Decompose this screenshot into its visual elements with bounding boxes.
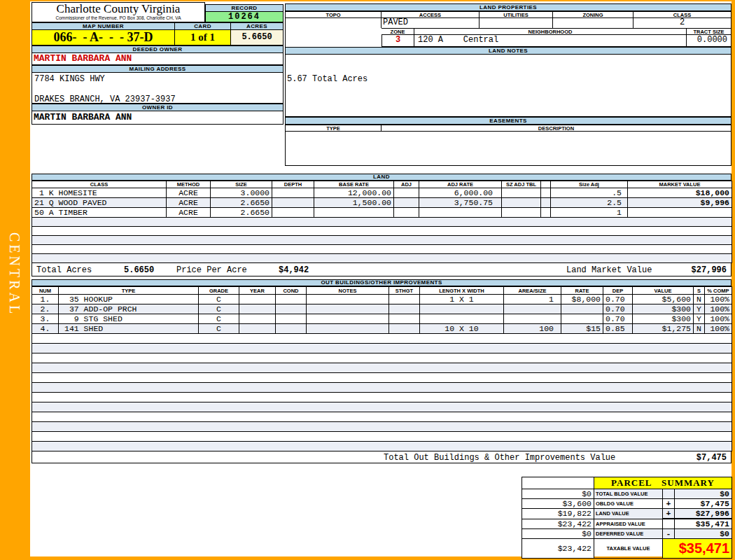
land-market-value-total: $27,996 bbox=[692, 265, 727, 275]
out-cell bbox=[307, 324, 389, 334]
land-cell bbox=[502, 188, 541, 198]
land-cell bbox=[394, 188, 419, 198]
owner-id-label: OWNER ID bbox=[31, 104, 284, 111]
ps-left-value: $3,600 bbox=[522, 499, 594, 509]
zone-value: 3 bbox=[382, 35, 414, 47]
out-col-grade: GRADE bbox=[199, 287, 239, 295]
ps-taxable-label: TAXABLE VALUE bbox=[594, 539, 663, 559]
land-col-size-adj: Size Adj bbox=[551, 181, 628, 188]
ps-cell-blank bbox=[522, 477, 594, 489]
out-cell: 1 bbox=[504, 295, 561, 304]
out-col-value: VALUE bbox=[633, 287, 694, 295]
ps-left-value: $0 bbox=[522, 529, 594, 539]
land-cell bbox=[502, 198, 541, 208]
land-col-adj: ADJ bbox=[394, 181, 419, 188]
topo-spacer-2 bbox=[285, 35, 382, 47]
out-col-dep: DEP bbox=[603, 287, 633, 295]
land-notes-box: 5.67 Total Acres bbox=[285, 55, 732, 117]
county-title-box: Charlotte County Virginia Commissioner o… bbox=[31, 2, 205, 22]
col-class: CLASS bbox=[634, 11, 732, 18]
card-value: 1 of 1 bbox=[175, 30, 231, 46]
ps-sign: + bbox=[663, 509, 675, 519]
out-cell: C bbox=[199, 295, 239, 304]
out-cell: 0.70 bbox=[603, 295, 633, 304]
land-cell bbox=[419, 208, 502, 218]
out-buildings-total-label: Total Out Buildings & Other Improvements… bbox=[384, 453, 615, 463]
out-col-year: YEAR bbox=[239, 287, 276, 295]
land-cell bbox=[628, 208, 732, 218]
out-buildings-table: NUM TYPE GRADE YEAR COND NOTES STHGT LEN… bbox=[31, 286, 732, 451]
land-cell: 21 Q WOOD PAVED bbox=[32, 198, 167, 208]
out-buildings-total-value: $7,475 bbox=[696, 453, 727, 463]
tract-size-value: 0.0000 bbox=[687, 35, 732, 47]
land-note-text: 5.67 Total Acres bbox=[286, 55, 731, 84]
land-cell: .5 bbox=[551, 188, 628, 198]
ps-sign: + bbox=[663, 499, 675, 509]
out-col-comp: % COMP bbox=[705, 287, 732, 295]
out-cell: 0.85 bbox=[603, 324, 633, 334]
land-cell: 2.6650 bbox=[211, 208, 272, 218]
out-cell bbox=[389, 314, 420, 324]
land-col-adj-rate: ADJ RATE bbox=[419, 181, 502, 188]
ps-right-value: $35,471 bbox=[675, 519, 732, 529]
land-cell: 12,000.00 bbox=[314, 188, 394, 198]
out-empty-row bbox=[32, 354, 732, 363]
out-cell bbox=[561, 314, 603, 324]
land-col-size: SIZE bbox=[211, 181, 272, 188]
ps-row-total-bldg: $0 TOTAL BLDG VALUE $0 bbox=[522, 489, 732, 499]
ps-row-appraised: $23,422 APPRAISED VALUE $35,471 bbox=[522, 519, 732, 529]
out-cell: $15 bbox=[561, 324, 603, 334]
record-label: RECORD bbox=[205, 4, 284, 12]
neighborhood-value: 120 A Central bbox=[414, 35, 687, 47]
land-notes-title: LAND NOTES bbox=[285, 47, 732, 55]
land-header-row: CLASS METHOD SIZE DEPTH BASE RATE ADJ AD… bbox=[32, 181, 732, 188]
out-cell: 100% bbox=[705, 295, 732, 304]
out-empty-row bbox=[32, 412, 732, 422]
land-cell bbox=[502, 208, 541, 218]
land-cell bbox=[541, 198, 551, 208]
out-cell bbox=[276, 324, 307, 334]
land-col-depth: DEPTH bbox=[272, 181, 314, 188]
land-cell bbox=[394, 198, 419, 208]
out-empty-row bbox=[32, 442, 732, 451]
out-cell bbox=[389, 304, 420, 314]
out-cell: Y bbox=[694, 304, 705, 314]
tract-size-label: TRACT SIZE bbox=[687, 28, 732, 35]
land-empty-row bbox=[32, 254, 732, 263]
out-empty-row bbox=[32, 363, 732, 373]
out-cell bbox=[307, 295, 389, 304]
deeded-owner-value: MARTIN BARBARA ANN bbox=[31, 53, 284, 65]
land-empty-row bbox=[32, 218, 732, 227]
out-cell bbox=[276, 314, 307, 324]
land-col-sz-adj-tbl: SZ ADJ TBL bbox=[502, 181, 541, 188]
neighborhood-label: NEIGHBORHOOD bbox=[414, 28, 687, 35]
out-cell: 37 ADD-OP PRCH bbox=[59, 304, 199, 314]
out-cell bbox=[276, 295, 307, 304]
out-col-s: S bbox=[694, 287, 705, 295]
out-cell: 2. bbox=[32, 304, 59, 314]
ps-sign bbox=[663, 489, 675, 499]
land-cell bbox=[272, 188, 314, 198]
land-market-value-label: Land Market Value bbox=[566, 265, 652, 275]
out-row-2: 2. 37 ADD-OP PRCH C 0.70 $300 Y 100% bbox=[32, 304, 732, 314]
land-row-3: 50 A TIMBER ACRE 2.6650 1 bbox=[32, 208, 732, 218]
out-cell bbox=[239, 304, 276, 314]
owner-header-block: Charlotte County Virginia Commissioner o… bbox=[31, 2, 284, 125]
land-cell bbox=[272, 208, 314, 218]
out-empty-row bbox=[32, 373, 732, 383]
county-title: Charlotte County Virginia bbox=[32, 3, 204, 15]
out-cell bbox=[307, 314, 389, 324]
land-col-base-rate: BASE RATE bbox=[314, 181, 394, 188]
map-number-label: MAP NUMBER bbox=[31, 22, 175, 30]
easement-type-label: TYPE bbox=[285, 125, 382, 132]
land-cell: 3.0000 bbox=[211, 188, 272, 198]
ps-right-value: $27,996 bbox=[675, 509, 732, 519]
ps-label: APPRAISED VALUE bbox=[594, 519, 663, 529]
parcel-summary-title: PARCEL SUMMARY bbox=[594, 477, 732, 489]
ps-row-taxable: $23,422 TAXABLE VALUE $35,471 bbox=[522, 539, 732, 559]
ps-label: OBLDG VALUE bbox=[594, 499, 663, 509]
parcel-summary-table: PARCEL SUMMARY $0 TOTAL BLDG VALUE $0 $3… bbox=[522, 477, 732, 559]
land-cell bbox=[541, 188, 551, 198]
out-buildings-title: OUT BUILDINGS/OTHER IMPROVEMENTS bbox=[31, 279, 732, 286]
land-total-row: Total Acres 5.6650 Price Per Acre $4,942… bbox=[31, 263, 732, 276]
